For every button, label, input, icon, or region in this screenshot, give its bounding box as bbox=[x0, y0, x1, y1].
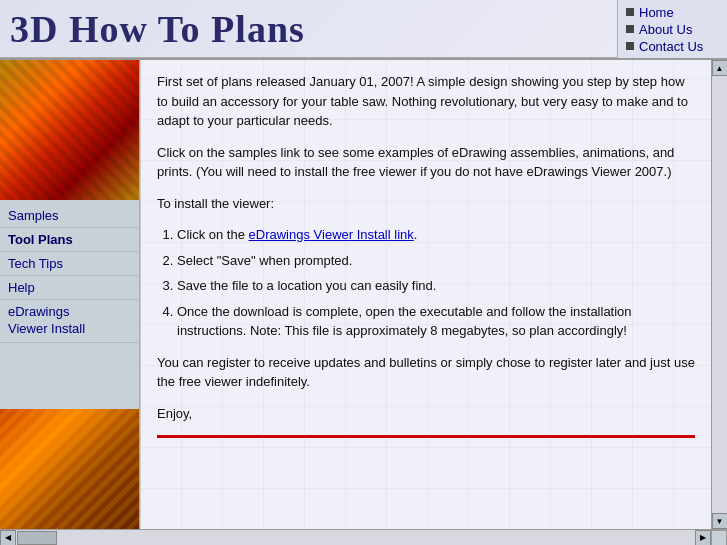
scroll-down-button[interactable]: ▼ bbox=[712, 513, 728, 529]
sidebar-nav: Samples Tool Plans Tech Tips Help eDrawi… bbox=[0, 200, 139, 409]
samples-paragraph: Click on the samples link to see some ex… bbox=[157, 143, 695, 182]
sidebar-item-edrawings[interactable]: eDrawingsViewer Install bbox=[0, 300, 139, 343]
nav-home[interactable]: Home bbox=[626, 5, 719, 20]
header: 3D How To Plans Home About Us Contact Us bbox=[0, 0, 727, 60]
site-title: 3D How To Plans bbox=[10, 7, 305, 51]
header-title-area: 3D How To Plans bbox=[0, 0, 617, 58]
sidebar: Samples Tool Plans Tech Tips Help eDrawi… bbox=[0, 60, 140, 529]
bullet-icon bbox=[626, 8, 634, 16]
scroll-right-button[interactable]: ▶ bbox=[695, 530, 711, 546]
header-nav: Home About Us Contact Us bbox=[617, 0, 727, 58]
scroll-track-horizontal[interactable] bbox=[16, 530, 695, 546]
content-area: First set of plans released January 01, … bbox=[140, 60, 711, 529]
main-body: Samples Tool Plans Tech Tips Help eDrawi… bbox=[0, 60, 727, 529]
vertical-scrollbar[interactable]: ▲ ▼ bbox=[711, 60, 727, 529]
step-4: Once the download is complete, open the … bbox=[177, 302, 695, 341]
register-paragraph: You can register to receive updates and … bbox=[157, 353, 695, 392]
intro-paragraph: First set of plans released January 01, … bbox=[157, 72, 695, 131]
red-divider bbox=[157, 435, 695, 438]
sidebar-item-samples[interactable]: Samples bbox=[0, 204, 139, 228]
bullet-icon bbox=[626, 42, 634, 50]
step-3: Save the file to a location you can easi… bbox=[177, 276, 695, 296]
enjoy-paragraph: Enjoy, bbox=[157, 404, 695, 424]
sidebar-item-help[interactable]: Help bbox=[0, 276, 139, 300]
sidebar-item-tool-plans[interactable]: Tool Plans bbox=[0, 228, 139, 252]
scroll-track-vertical[interactable] bbox=[712, 76, 728, 513]
nav-contact-us[interactable]: Contact Us bbox=[626, 39, 719, 54]
horizontal-scrollbar[interactable]: ◀ ▶ bbox=[0, 529, 727, 545]
install-intro: To install the viewer: bbox=[157, 194, 695, 214]
scroll-left-button[interactable]: ◀ bbox=[0, 530, 16, 546]
bullet-icon bbox=[626, 25, 634, 33]
corner-box bbox=[711, 530, 727, 546]
step-1: Click on the eDrawings Viewer Install li… bbox=[177, 225, 695, 245]
install-steps: Click on the eDrawings Viewer Install li… bbox=[177, 225, 695, 341]
nav-about-us[interactable]: About Us bbox=[626, 22, 719, 37]
sidebar-item-tech-tips[interactable]: Tech Tips bbox=[0, 252, 139, 276]
scroll-up-button[interactable]: ▲ bbox=[712, 60, 728, 76]
sidebar-image-bottom bbox=[0, 409, 140, 529]
sidebar-image-top bbox=[0, 60, 140, 200]
edrawings-link[interactable]: eDrawings Viewer Install link bbox=[249, 227, 414, 242]
step-2: Select "Save" when prompted. bbox=[177, 251, 695, 271]
scroll-thumb-horizontal[interactable] bbox=[17, 531, 57, 545]
